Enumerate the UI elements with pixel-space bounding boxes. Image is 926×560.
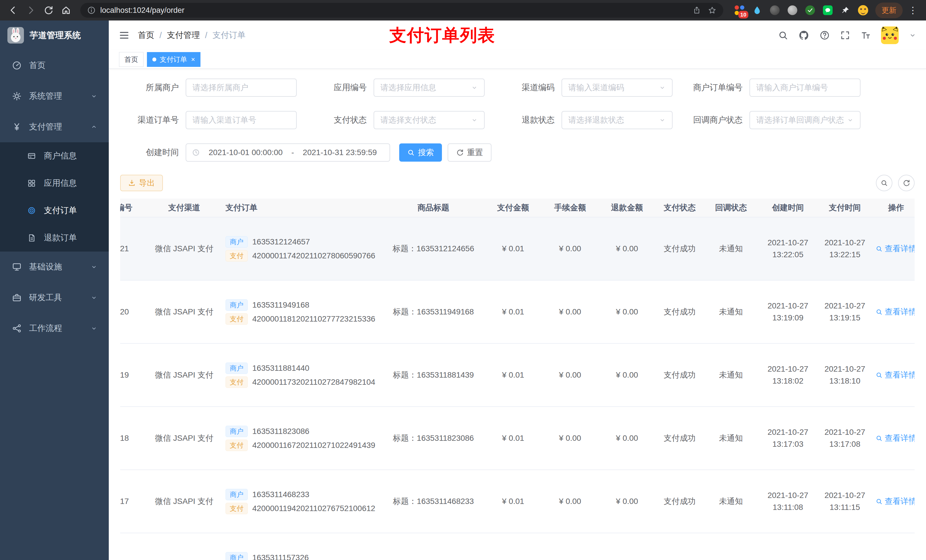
pay-tag: 支付 <box>225 250 248 261</box>
sidebar-item-workflow[interactable]: 工作流程 <box>0 313 109 344</box>
merchant-order-no: 1635311823086 <box>252 427 309 436</box>
grid-icon <box>26 179 37 187</box>
browser-home-button[interactable] <box>59 3 73 18</box>
user-avatar[interactable] <box>881 26 899 44</box>
sidebar-item-app-info[interactable]: 应用信息 <box>0 170 109 197</box>
target-icon <box>26 206 37 215</box>
channel-order-no-input[interactable] <box>192 116 290 125</box>
sidebar-item-label: 退款订单 <box>44 232 77 244</box>
sidebar-item-refund-order[interactable]: 退款订单 <box>0 224 109 252</box>
sidebar-item-infrastructure[interactable]: 基础设施 <box>0 252 109 282</box>
extension-drop-icon[interactable] <box>750 4 764 17</box>
browser-update-button[interactable]: 更新 <box>875 3 903 18</box>
logo-image <box>8 27 24 44</box>
app-logo[interactable]: 芋道管理系统 <box>0 21 109 50</box>
search-icon[interactable] <box>778 30 788 41</box>
col-id: 编号 <box>120 202 146 213</box>
extension-check-icon[interactable] <box>803 4 817 17</box>
site-info-icon[interactable] <box>87 6 96 15</box>
chevron-up-icon <box>91 124 97 130</box>
merchant-tag: 商户 <box>225 362 248 374</box>
merchant-order-no-field[interactable] <box>749 78 861 97</box>
extension-gray-icon[interactable] <box>786 4 799 17</box>
sidebar-toggle-icon[interactable] <box>118 30 130 41</box>
sidebar-item-dev-tools[interactable]: 研发工具 <box>0 282 109 313</box>
table-row: 18 微信 JSAPI 支付 商户 1635311823086 支付 42000… <box>120 407 915 470</box>
chevron-down-icon <box>91 93 97 100</box>
sidebar-item-payment[interactable]: 支付管理 <box>0 112 109 142</box>
extension-dots-icon[interactable]: 10 <box>733 4 746 17</box>
extension-chat-icon[interactable] <box>821 4 834 17</box>
browser-menu-icon[interactable]: ⋮ <box>905 5 920 16</box>
date-end-input[interactable] <box>296 148 384 157</box>
extension-dark-icon[interactable] <box>768 4 781 17</box>
sidebar-item-pay-order[interactable]: 支付订单 <box>0 197 109 224</box>
chevron-down-icon <box>659 84 666 91</box>
refund-status-select[interactable]: 请选择退款状态 <box>561 111 673 129</box>
sidebar-item-merchant-info[interactable]: 商户信息 <box>0 142 109 170</box>
github-icon[interactable] <box>799 30 809 41</box>
chevron-down-icon <box>91 325 97 332</box>
channel-code-select[interactable]: 请输入渠道编码 <box>561 78 673 97</box>
address-bar[interactable]: localhost:1024/pay/order <box>80 3 723 18</box>
date-start-input[interactable] <box>201 148 290 157</box>
create-time-range-picker[interactable]: - <box>186 143 390 162</box>
close-icon[interactable]: × <box>191 56 195 63</box>
cell-order: 商户 1635311157326 支付 <box>223 549 382 560</box>
cell-channel: 微信 JSAPI 支付 <box>146 370 223 380</box>
merchant-select[interactable] <box>186 78 297 97</box>
channel-order-no-field[interactable] <box>186 111 297 129</box>
notify-status-select[interactable]: 请选择订单回调商户状态 <box>749 111 861 129</box>
view-detail-link[interactable]: 查看详情 <box>876 496 915 507</box>
sidebar-item-home[interactable]: 首页 <box>0 50 109 81</box>
sidebar-item-system[interactable]: 系统管理 <box>0 81 109 112</box>
browser-reload-button[interactable] <box>41 3 56 18</box>
breadcrumb-home[interactable]: 首页 <box>138 30 154 41</box>
col-create-time: 创建时间 <box>758 202 818 213</box>
merchant-input[interactable] <box>192 83 290 92</box>
cell-notify: 未通知 <box>704 433 758 444</box>
cell-refund: ¥ 0.00 <box>599 244 655 253</box>
extension-face-icon[interactable] <box>856 4 870 17</box>
fullscreen-icon[interactable] <box>840 30 850 41</box>
reset-button[interactable]: 重置 <box>448 143 492 162</box>
share-icon[interactable] <box>693 6 701 15</box>
merchant-order-no-input[interactable] <box>756 83 854 92</box>
view-detail-link[interactable]: 查看详情 <box>876 243 915 254</box>
cell-refund: ¥ 0.00 <box>599 434 655 443</box>
refresh-table-button[interactable] <box>898 175 915 191</box>
toggle-search-button[interactable] <box>876 175 893 191</box>
merchant-tag: 商户 <box>225 426 248 437</box>
browser-forward-button[interactable] <box>23 3 38 18</box>
card-icon <box>26 152 37 160</box>
search-icon <box>876 245 882 252</box>
payment-submenu: 商户信息 应用信息 支付订单 <box>0 142 109 252</box>
channel-order-no: 4200001173202110272847982104 <box>252 377 375 387</box>
export-button[interactable]: 导出 <box>120 175 163 191</box>
cell-title: 标题：1635311881439 <box>382 370 485 380</box>
app-id-select[interactable]: 请选择应用信息 <box>374 78 485 97</box>
breadcrumb-pay-management[interactable]: 支付管理 <box>167 30 200 41</box>
font-size-icon[interactable] <box>861 30 871 41</box>
view-detail-link[interactable]: 查看详情 <box>876 306 915 317</box>
search-button[interactable]: 搜索 <box>399 143 442 162</box>
view-detail-link[interactable]: 查看详情 <box>876 370 915 380</box>
channel-order-no: 4200001194202110276752100612 <box>252 504 375 513</box>
cell-refund: ¥ 0.00 <box>599 370 655 380</box>
table-header-row: 编号 支付渠道 支付订单 商品标题 支付金额 手续金额 退款金额 支付状态 回调… <box>120 199 915 217</box>
col-amount: 支付金额 <box>485 202 542 213</box>
bookmark-star-icon[interactable] <box>708 6 716 15</box>
help-icon[interactable] <box>820 30 830 41</box>
view-detail-link[interactable]: 查看详情 <box>876 433 915 444</box>
pay-status-select[interactable]: 请选择支付状态 <box>374 111 485 129</box>
tab-home[interactable]: 首页 <box>119 52 144 67</box>
extension-pin-icon[interactable] <box>839 4 852 17</box>
tab-pay-order[interactable]: 支付订单 × <box>147 52 200 67</box>
monitor-icon <box>11 262 22 272</box>
breadcrumb-separator: / <box>159 31 162 40</box>
cell-channel: 微信 JSAPI 支付 <box>146 306 223 317</box>
yen-icon <box>11 122 22 132</box>
browser-back-button[interactable] <box>6 3 21 18</box>
user-menu-caret-icon[interactable] <box>909 32 916 39</box>
sidebar-item-label: 商户信息 <box>44 150 77 162</box>
